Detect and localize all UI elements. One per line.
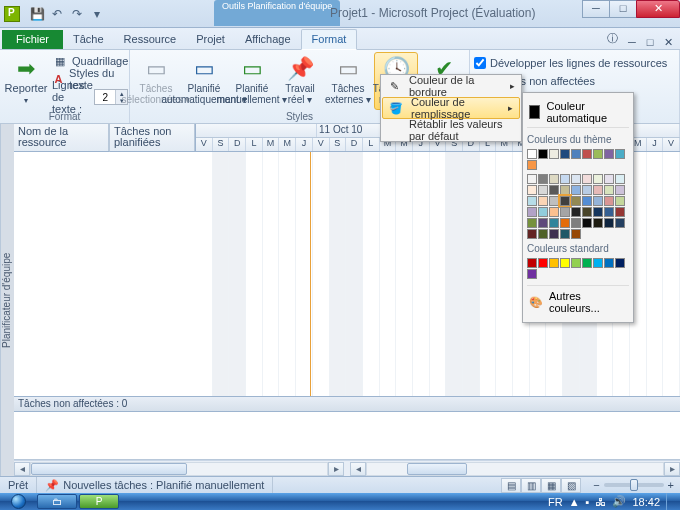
color-swatch[interactable] <box>582 207 592 217</box>
color-swatch[interactable] <box>549 258 559 268</box>
color-swatch[interactable] <box>615 149 625 159</box>
tab-resource[interactable]: Ressource <box>114 30 187 49</box>
color-swatch[interactable] <box>604 196 614 206</box>
color-swatch[interactable] <box>560 229 570 239</box>
menu-fill-color[interactable]: 🪣Couleur de remplissage▸ <box>382 97 520 119</box>
color-swatch[interactable] <box>571 258 581 268</box>
color-swatch[interactable] <box>538 218 548 228</box>
color-swatch[interactable] <box>527 196 537 206</box>
status-new-tasks[interactable]: 📌Nouvelles tâches : Planifié manuellemen… <box>37 477 273 493</box>
color-swatch[interactable] <box>527 174 537 184</box>
color-swatch[interactable] <box>615 218 625 228</box>
zoom-slider[interactable] <box>604 483 664 487</box>
color-swatch[interactable] <box>527 160 537 170</box>
color-swatch[interactable] <box>527 229 537 239</box>
tray-network-icon[interactable]: 🖧 <box>595 496 606 508</box>
tab-task[interactable]: Tâche <box>63 30 114 49</box>
external-tasks-button[interactable]: ▭ Tâches externes ▾ <box>326 52 370 110</box>
color-swatch[interactable] <box>560 185 570 195</box>
col-unplanned-tasks[interactable]: Tâches non planifiées <box>110 124 195 151</box>
color-swatch[interactable] <box>549 196 559 206</box>
help-icon[interactable]: ⓘ <box>601 28 624 49</box>
color-swatch[interactable] <box>604 185 614 195</box>
manual-scheduled-button[interactable]: ▭ Planifié manuellement ▾ <box>230 52 274 110</box>
color-swatch[interactable] <box>582 149 592 159</box>
color-swatch[interactable] <box>582 174 592 184</box>
tray-clock[interactable]: 18:42 <box>632 496 660 508</box>
unassigned-header[interactable]: Tâches non affectées : 0 <box>14 396 680 412</box>
view-usage-icon[interactable]: ▥ <box>521 478 541 493</box>
task-explorer[interactable]: 🗀 <box>37 494 77 509</box>
color-swatch[interactable] <box>604 258 614 268</box>
color-swatch[interactable] <box>560 207 570 217</box>
color-swatch[interactable] <box>593 196 603 206</box>
color-swatch[interactable] <box>527 258 537 268</box>
start-button[interactable] <box>0 493 36 510</box>
show-desktop-button[interactable] <box>666 493 674 510</box>
color-swatch[interactable] <box>615 207 625 217</box>
color-swatch[interactable] <box>593 207 603 217</box>
qat-save-icon[interactable]: 💾 <box>30 7 44 21</box>
tab-format[interactable]: Format <box>301 29 358 50</box>
color-swatch[interactable] <box>549 207 559 217</box>
unassigned-area[interactable] <box>14 412 680 460</box>
view-sheet-icon[interactable]: ▧ <box>561 478 581 493</box>
color-swatch[interactable] <box>549 185 559 195</box>
color-swatch[interactable] <box>527 149 537 159</box>
qat-redo-icon[interactable]: ↷ <box>70 7 84 21</box>
scroll-left-button[interactable]: ◂ <box>14 462 30 476</box>
tray-flag-icon[interactable]: ▲ <box>569 496 580 508</box>
scroll-track-left[interactable] <box>30 462 328 476</box>
tray-lang[interactable]: FR <box>548 496 563 508</box>
color-swatch[interactable] <box>549 218 559 228</box>
color-swatch[interactable] <box>571 149 581 159</box>
scroll-track-right[interactable] <box>366 462 664 476</box>
more-colors[interactable]: 🎨Autres couleurs... <box>527 285 629 318</box>
qat-undo-icon[interactable]: ↶ <box>50 7 64 21</box>
menu-reset-defaults[interactable]: Rétablir les valeurs par défaut <box>381 119 521 141</box>
tab-view[interactable]: Affichage <box>235 30 301 49</box>
close-button[interactable]: ✕ <box>636 0 680 18</box>
color-swatch[interactable] <box>538 196 548 206</box>
scroll-right-button-2[interactable]: ▸ <box>664 462 680 476</box>
color-swatch[interactable] <box>615 174 625 184</box>
mdi-close-icon[interactable]: ✕ <box>660 36 676 49</box>
menu-border-color[interactable]: ✎Couleur de la bordure▸ <box>381 75 521 97</box>
view-vertical-tab[interactable]: Planificateur d'équipe <box>0 124 14 476</box>
color-swatch[interactable] <box>571 196 581 206</box>
task-project[interactable]: P <box>79 494 119 509</box>
color-swatch[interactable] <box>571 229 581 239</box>
color-swatch[interactable] <box>593 185 603 195</box>
zoom-out-button[interactable]: − <box>593 479 599 491</box>
color-swatch[interactable] <box>549 149 559 159</box>
color-swatch[interactable] <box>604 174 614 184</box>
color-swatch[interactable] <box>538 185 548 195</box>
color-swatch[interactable] <box>593 218 603 228</box>
color-swatch[interactable] <box>593 149 603 159</box>
color-swatch[interactable] <box>604 207 614 217</box>
mdi-minimize-icon[interactable]: ─ <box>624 36 640 49</box>
color-swatch[interactable] <box>527 185 537 195</box>
color-swatch[interactable] <box>604 149 614 159</box>
color-swatch[interactable] <box>571 207 581 217</box>
color-swatch[interactable] <box>560 149 570 159</box>
zoom-in-button[interactable]: + <box>668 479 674 491</box>
view-gantt-icon[interactable]: ▤ <box>501 478 521 493</box>
color-swatch[interactable] <box>582 218 592 228</box>
reporter-button[interactable]: ➡ Reporter▾ <box>4 52 48 110</box>
color-swatch[interactable] <box>582 258 592 268</box>
color-swatch[interactable] <box>538 258 548 268</box>
view-team-icon[interactable]: ▦ <box>541 478 561 493</box>
col-resource-name[interactable]: Nom de la ressource <box>14 124 109 151</box>
color-swatch[interactable] <box>615 258 625 268</box>
color-swatch[interactable] <box>538 149 548 159</box>
color-swatch[interactable] <box>582 196 592 206</box>
color-swatch[interactable] <box>538 229 548 239</box>
actual-work-button[interactable]: 📌 Travail réel ▾ <box>278 52 322 110</box>
color-swatch[interactable] <box>527 269 537 279</box>
tray-volume-icon[interactable]: 🔊 <box>612 495 626 508</box>
color-swatch[interactable] <box>549 174 559 184</box>
color-swatch[interactable] <box>527 207 537 217</box>
color-swatch[interactable] <box>560 218 570 228</box>
tray-app-icon[interactable]: ▪ <box>586 496 590 508</box>
